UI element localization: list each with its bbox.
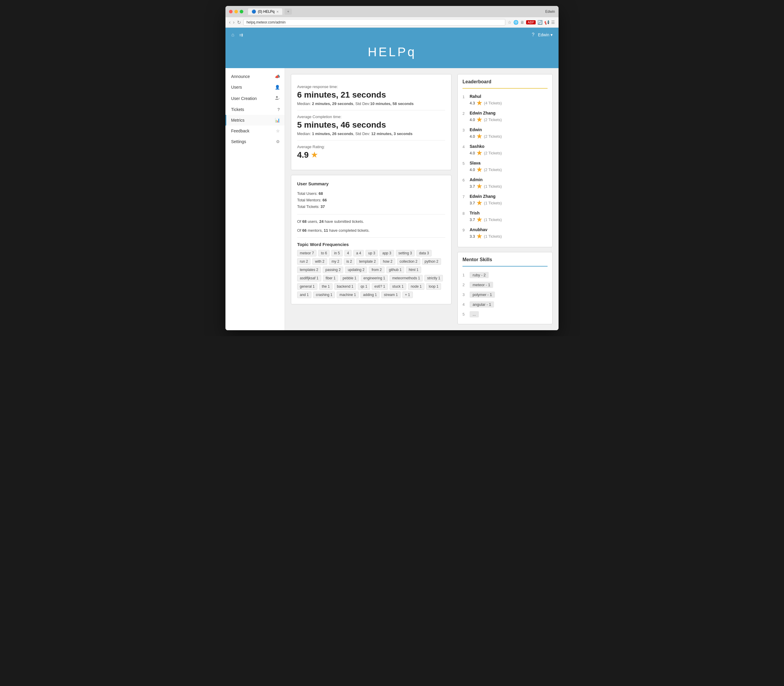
total-mentors-label: Total Mentors: bbox=[297, 198, 323, 202]
new-tab-button[interactable]: + bbox=[285, 9, 292, 15]
stddev-value: 10 minutes, 58 seconds bbox=[370, 101, 414, 106]
refresh-button[interactable]: ↻ bbox=[237, 20, 241, 25]
lb-info: Sashko 4.0 ★ (2 Tickets) bbox=[469, 144, 548, 157]
median-label: Median: bbox=[297, 101, 312, 106]
completion-stddev-label: , Std Dev: bbox=[353, 131, 372, 136]
sidebar-item-settings[interactable]: Settings ⚙ bbox=[225, 136, 285, 147]
lb-tickets: (1 Tickets) bbox=[484, 217, 502, 222]
extension-icon-3[interactable]: 🔄 bbox=[538, 20, 543, 24]
total-users-label: Total Users: bbox=[297, 191, 319, 196]
sidebar-item-announce[interactable]: Announce 📣 bbox=[225, 71, 285, 82]
lb-star-icon: ★ bbox=[476, 216, 483, 224]
minimize-button[interactable] bbox=[235, 10, 238, 13]
word-tag: python 2 bbox=[422, 258, 441, 265]
bookmark-icon[interactable]: ☆ bbox=[508, 20, 512, 24]
skill-badge: polymer - 1 bbox=[469, 292, 495, 298]
tab-title: (0) HELPq bbox=[258, 10, 274, 14]
total-mentors-value: 66 bbox=[323, 198, 326, 202]
word-tag: stuck 1 bbox=[390, 283, 406, 290]
lb-rank: 8 bbox=[463, 211, 467, 216]
sidebar-item-metrics[interactable]: Metrics 📊 bbox=[225, 115, 285, 126]
skill-item: 3 polymer - 1 bbox=[463, 290, 548, 300]
share-icon[interactable]: ⇉ bbox=[239, 32, 243, 38]
word-tag: pebble 1 bbox=[340, 275, 359, 281]
sidebar-item-users[interactable]: Users 👤 bbox=[225, 82, 285, 93]
maximize-button[interactable] bbox=[240, 10, 243, 13]
lb-name: Sashko bbox=[469, 144, 548, 149]
leaderboard-card: Leaderboard 1 Rahul 4.3 ★ (4 Tickets) 2 … bbox=[458, 74, 553, 247]
lb-star-icon: ★ bbox=[476, 232, 483, 240]
sidebar-item-tickets[interactable]: Tickets ? bbox=[225, 104, 285, 115]
word-tag: html 1 bbox=[406, 266, 421, 273]
word-tag: meteor 7 bbox=[297, 250, 316, 256]
word-tag: from 2 bbox=[369, 266, 384, 273]
feedback-icon: ☆ bbox=[276, 129, 280, 133]
lb-score: 3.7 ★ (1 Tickets) bbox=[469, 199, 548, 207]
window-controls bbox=[229, 10, 243, 13]
menu-button[interactable]: ☰ bbox=[551, 20, 555, 24]
word-tag: crashing 1 bbox=[313, 292, 335, 298]
word-tag: github 1 bbox=[386, 266, 404, 273]
lb-info: Slava 4.0 ★ (2 Tickets) bbox=[469, 161, 548, 174]
word-tag: to 6 bbox=[318, 250, 329, 256]
word-tag: how 2 bbox=[380, 258, 395, 265]
url-bar[interactable]: helpq.meteor.com/admin bbox=[243, 19, 505, 26]
lb-name: Admin bbox=[469, 177, 548, 182]
word-tag: node 1 bbox=[408, 283, 424, 290]
avg-completion-detail: Median: 1 minutes, 26 seconds, Std Dev: … bbox=[297, 131, 445, 136]
browser-tab[interactable]: 🔵 (0) HELPq ✕ bbox=[248, 8, 282, 15]
word-tag: setting 3 bbox=[396, 250, 415, 256]
header-user-menu[interactable]: Edwin ▾ bbox=[538, 33, 553, 37]
total-tickets-value: 37 bbox=[321, 204, 325, 209]
leaderboard-item: 7 Edwin Zhang 3.7 ★ (1 Tickets) bbox=[463, 192, 548, 209]
word-tag: fiber 1 bbox=[323, 275, 338, 281]
lb-score: 4.0 ★ (2 Tickets) bbox=[469, 132, 548, 140]
extension-icon-4[interactable]: 📢 bbox=[544, 20, 549, 24]
close-button[interactable] bbox=[229, 10, 233, 13]
extension-abp[interactable]: ABP bbox=[526, 20, 536, 24]
sidebar-item-user-creation[interactable]: User Creation + bbox=[225, 93, 285, 104]
total-tickets-label: Total Tickets: bbox=[297, 204, 321, 209]
lb-tickets: (2 Tickets) bbox=[484, 134, 502, 139]
lb-tickets: (2 Tickets) bbox=[484, 118, 502, 122]
lb-star-icon: ★ bbox=[476, 182, 483, 190]
word-tag: run 2 bbox=[297, 258, 311, 265]
header-right: ? Edwin ▾ bbox=[532, 32, 553, 38]
announce-icon: 📣 bbox=[275, 74, 280, 79]
summary-card: User Summary Total Users: 68 Total Mento… bbox=[291, 175, 451, 304]
help-icon[interactable]: ? bbox=[532, 32, 535, 38]
word-tag: qs 1 bbox=[358, 283, 370, 290]
word-tag: meteormethods 1 bbox=[390, 275, 423, 281]
lb-score: 4.0 ★ (2 Tickets) bbox=[469, 165, 548, 174]
median-value: 2 minutes, 29 seconds bbox=[312, 101, 353, 106]
submitted-users: 68 bbox=[302, 219, 306, 224]
right-column: Leaderboard 1 Rahul 4.3 ★ (4 Tickets) 2 … bbox=[458, 74, 553, 324]
extension-icon-2[interactable]: 🖥 bbox=[520, 20, 524, 24]
word-tag: with 2 bbox=[312, 258, 327, 265]
lb-info: Anubhav 3.3 ★ (1 Tickets) bbox=[469, 227, 548, 240]
leaderboard-item: 4 Sashko 4.0 ★ (2 Tickets) bbox=[463, 142, 548, 159]
home-icon[interactable]: ⌂ bbox=[231, 32, 235, 38]
completed-text: Of 66 mentors, 11 have completed tickets… bbox=[297, 227, 445, 234]
leaderboard-item: 1 Rahul 4.3 ★ (4 Tickets) bbox=[463, 92, 548, 109]
settings-icon: ⚙ bbox=[276, 139, 280, 144]
skill-rank: 5 bbox=[463, 312, 467, 317]
back-button[interactable]: ‹ bbox=[229, 20, 230, 25]
extension-icon-1[interactable]: 🌐 bbox=[513, 20, 518, 24]
lb-info: Admin 3.7 ★ (1 Tickets) bbox=[469, 177, 548, 190]
completion-median-value: 1 minutes, 26 seconds bbox=[312, 131, 353, 136]
completed-count: 11 bbox=[324, 228, 328, 233]
word-tag: is 2 bbox=[344, 258, 355, 265]
lb-tickets: (1 Tickets) bbox=[484, 184, 502, 189]
avg-rating-label: Average Rating: bbox=[297, 145, 445, 149]
lb-name: Trish bbox=[469, 211, 548, 216]
sidebar-item-feedback[interactable]: Feedback ☆ bbox=[225, 126, 285, 136]
avg-response-detail: Median: 2 minutes, 29 seconds, Std Dev:1… bbox=[297, 101, 445, 106]
lb-info: Edwin Zhang 4.0 ★ (2 Tickets) bbox=[469, 111, 548, 124]
word-tag: loop 1 bbox=[426, 283, 442, 290]
completion-stddev-value: 12 minutes, 3 seconds bbox=[371, 131, 412, 136]
skill-rank: 1 bbox=[463, 273, 467, 277]
tab-close-button[interactable]: ✕ bbox=[276, 10, 279, 13]
forward-button[interactable]: › bbox=[233, 20, 235, 25]
avg-completion-section: Average Completion time: 5 minutes, 46 s… bbox=[297, 110, 445, 140]
